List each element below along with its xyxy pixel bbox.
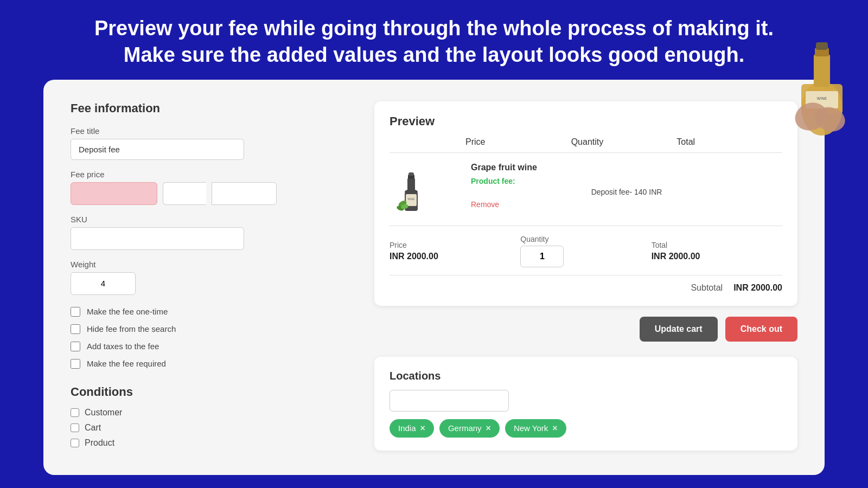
fee-title-group: Fee title bbox=[71, 126, 342, 160]
condition-product-checkbox[interactable] bbox=[71, 439, 79, 447]
preview-card: Preview Price Quantity Total bbox=[374, 101, 797, 306]
fee-price-number-input[interactable] bbox=[163, 182, 206, 205]
fee-price-row bbox=[71, 182, 342, 205]
weight-group: Weight bbox=[71, 260, 342, 295]
location-tag-germany: Germany × bbox=[439, 419, 500, 438]
location-tag-newyork: New York × bbox=[505, 419, 566, 438]
condition-product[interactable]: Product bbox=[71, 438, 342, 448]
header-title: Preview your fee while going through the… bbox=[33, 15, 835, 69]
fee-price-colored-block bbox=[71, 182, 157, 205]
checkbox-required-input[interactable] bbox=[71, 359, 80, 369]
fee-price-group: Fee price bbox=[71, 170, 342, 205]
location-tag-germany-close[interactable]: × bbox=[486, 423, 491, 433]
location-tags: India × Germany × New York × bbox=[390, 419, 782, 438]
sku-input[interactable] bbox=[71, 227, 244, 250]
location-tag-germany-label: Germany bbox=[448, 423, 482, 433]
location-tag-india-label: India bbox=[398, 423, 416, 433]
col-image bbox=[390, 137, 465, 147]
svg-text:WINE: WINE bbox=[407, 197, 415, 201]
conditions-title: Conditions bbox=[71, 385, 342, 399]
total-col-value: INR 2000.00 bbox=[652, 252, 782, 261]
checkbox-required-label: Make the fee required bbox=[87, 359, 166, 368]
fee-title-input[interactable] bbox=[71, 139, 244, 160]
conditions-section: Conditions Customer Cart Product bbox=[71, 385, 342, 448]
update-cart-button[interactable]: Update cart bbox=[640, 317, 718, 342]
locations-title: Locations bbox=[390, 370, 782, 382]
product-name: Grape fruit wine bbox=[471, 163, 782, 172]
action-buttons: Update cart Check out bbox=[374, 317, 797, 342]
total-col: Total INR 2000.00 bbox=[652, 241, 782, 261]
subtotal-value: INR 2000.00 bbox=[733, 283, 782, 293]
col-quantity: Quantity bbox=[571, 137, 677, 147]
condition-customer[interactable]: Customer bbox=[71, 408, 342, 418]
checkout-button[interactable]: Check out bbox=[725, 317, 797, 342]
fee-info-title: Fee information bbox=[71, 101, 342, 115]
locations-section: Locations India × Germany × New York × bbox=[374, 357, 797, 451]
checkbox-required: Make the fee required bbox=[71, 359, 342, 369]
total-col-label: Total bbox=[652, 241, 782, 249]
condition-customer-label: Customer bbox=[85, 408, 122, 418]
location-tag-india-close[interactable]: × bbox=[420, 423, 425, 433]
checkbox-hide-search-label: Hide fee from the search bbox=[87, 324, 176, 333]
quantity-col-label: Quantity bbox=[520, 235, 651, 243]
condition-cart[interactable]: Cart bbox=[71, 423, 342, 433]
right-column: Preview Price Quantity Total bbox=[374, 101, 797, 453]
fee-price-currency-input[interactable] bbox=[212, 182, 277, 205]
col-price: Price bbox=[465, 137, 571, 147]
checkbox-one-time-label: Make the fee one-time bbox=[87, 307, 168, 316]
price-quantity-row: Price INR 2000.00 Quantity Total INR 200… bbox=[390, 226, 782, 267]
checkbox-hide-search: Hide fee from the search bbox=[71, 324, 342, 334]
condition-cart-label: Cart bbox=[85, 423, 101, 433]
subtotal-label: Subtotal bbox=[691, 283, 723, 293]
sku-label: SKU bbox=[71, 215, 342, 224]
price-col-label: Price bbox=[390, 241, 520, 249]
sku-group: SKU bbox=[71, 215, 342, 250]
product-row: WINE Grape fruit wine Product fee: Depos… bbox=[390, 160, 782, 217]
checkbox-group: Make the fee one-time Hide fee from the … bbox=[71, 307, 342, 369]
checkbox-hide-search-input[interactable] bbox=[71, 324, 80, 334]
checkbox-add-taxes: Add taxes to the fee bbox=[71, 342, 342, 351]
product-fee-label: Product fee: bbox=[471, 177, 782, 185]
location-tag-newyork-close[interactable]: × bbox=[552, 423, 557, 433]
checkbox-add-taxes-label: Add taxes to the fee bbox=[87, 342, 159, 351]
remove-link[interactable]: Remove bbox=[471, 200, 499, 209]
locations-search-input[interactable] bbox=[390, 390, 509, 412]
location-tag-india: India × bbox=[390, 419, 434, 438]
location-tag-newyork-label: New York bbox=[514, 423, 548, 433]
price-col: Price INR 2000.00 bbox=[390, 241, 520, 261]
svg-rect-13 bbox=[409, 172, 414, 176]
checkbox-one-time-input[interactable] bbox=[71, 307, 80, 317]
condition-product-label: Product bbox=[85, 438, 114, 448]
price-col-value: INR 2000.00 bbox=[390, 252, 520, 261]
preview-table-header: Price Quantity Total bbox=[390, 137, 782, 153]
quantity-col: Quantity bbox=[520, 235, 651, 267]
condition-customer-checkbox[interactable] bbox=[71, 408, 79, 417]
fee-form-section: Fee information Fee title Fee price SKU … bbox=[71, 101, 342, 453]
product-info-col: Grape fruit wine Product fee: Deposit fe… bbox=[471, 160, 782, 217]
weight-label: Weight bbox=[71, 260, 342, 269]
preview-title: Preview bbox=[390, 114, 782, 129]
weight-input[interactable] bbox=[71, 272, 136, 295]
checkbox-add-taxes-input[interactable] bbox=[71, 342, 80, 351]
main-card: Fee information Fee title Fee price SKU … bbox=[43, 80, 825, 475]
product-fee-detail: Deposit fee- 140 INR bbox=[471, 188, 782, 196]
checkbox-one-time: Make the fee one-time bbox=[71, 307, 342, 317]
product-image-col: WINE bbox=[390, 160, 455, 217]
header-section: Preview your fee while going through the… bbox=[0, 0, 868, 80]
conditions-list: Customer Cart Product bbox=[71, 408, 342, 448]
fee-price-label: Fee price bbox=[71, 170, 342, 179]
fee-title-label: Fee title bbox=[71, 126, 342, 136]
condition-cart-checkbox[interactable] bbox=[71, 423, 79, 432]
svg-rect-11 bbox=[407, 178, 415, 193]
quantity-input[interactable] bbox=[520, 246, 564, 267]
col-total: Total bbox=[676, 137, 782, 147]
subtotal-row: Subtotal INR 2000.00 bbox=[390, 275, 782, 293]
